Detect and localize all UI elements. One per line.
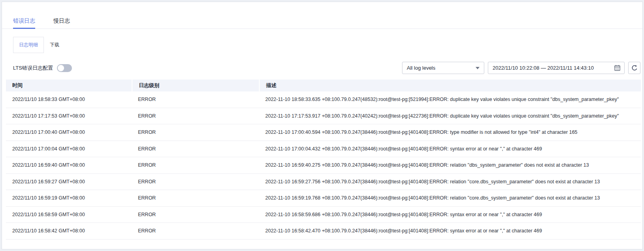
cell-desc: 2022-11-10 16:59:27.756 +08:100.79.0.247… bbox=[259, 179, 641, 184]
cell-desc: 2022-11-10 17:17:53.917 +08:100.79.0.247… bbox=[259, 113, 641, 119]
cell-time: 2022/11/10 17:00:40 GMT+08:00 bbox=[6, 129, 132, 135]
date-range-value: 2022/11/10 10:22:08 — 2022/11/11 14:43:1… bbox=[493, 65, 594, 71]
table-header: 时间 日志级别 描述 bbox=[6, 80, 641, 91]
subtab-log-detail[interactable]: 日志明细 bbox=[13, 37, 44, 53]
filters-group: All log levels 2022/11/10 10:22:08 — 202… bbox=[402, 62, 640, 74]
table-row: 2022/11/10 18:58:33 GMT+08:00 ERROR 2022… bbox=[6, 91, 641, 108]
cell-desc: 2022-11-10 17:00:04.432 +08:100.79.0.247… bbox=[259, 146, 641, 152]
cell-level: ERROR bbox=[132, 129, 259, 135]
chevron-down-icon bbox=[476, 67, 480, 69]
cell-time: 2022/11/10 16:58:59 GMT+08:00 bbox=[6, 212, 132, 217]
table-row: 2022/11/10 17:17:53 GMT+08:00 ERROR 2022… bbox=[6, 108, 641, 125]
cell-time: 2022/11/10 16:59:27 GMT+08:00 bbox=[6, 179, 132, 184]
table-row: 2022/11/10 17:00:40 GMT+08:00 ERROR 2022… bbox=[6, 124, 641, 141]
cell-level: ERROR bbox=[132, 228, 259, 234]
table-row: 2022/11/10 16:59:40 GMT+08:00 ERROR 2022… bbox=[6, 157, 641, 174]
cell-level: ERROR bbox=[132, 146, 259, 152]
subtab-download[interactable]: 下载 bbox=[44, 37, 65, 53]
cell-desc: 2022-11-10 16:58:42.470 +08:100.79.0.247… bbox=[259, 228, 641, 234]
table-body: 2022/11/10 18:58:33 GMT+08:00 ERROR 2022… bbox=[6, 91, 641, 240]
column-header-time: 时间 bbox=[6, 80, 132, 91]
cell-time: 2022/11/10 17:00:04 GMT+08:00 bbox=[6, 146, 132, 152]
cell-desc: 2022-11-10 16:58:59.686 +08:100.79.0.247… bbox=[259, 212, 641, 217]
cell-desc: 2022-11-10 18:58:33.635 +08:100.79.0.247… bbox=[259, 97, 641, 102]
error-log-table: 时间 日志级别 描述 2022/11/10 18:58:33 GMT+08:00… bbox=[6, 80, 641, 240]
cell-level: ERROR bbox=[132, 162, 259, 168]
cell-desc: 2022-11-10 16:59:19.768 +08:100.79.0.247… bbox=[259, 195, 641, 201]
sub-tabs: 日志明细 下载 bbox=[13, 37, 642, 53]
tab-slow-log[interactable]: 慢日志 bbox=[53, 18, 70, 29]
cell-level: ERROR bbox=[132, 212, 259, 217]
controls-row: LTS错误日志配置 All log levels 2022/11/10 10:2… bbox=[13, 62, 640, 74]
date-range-input[interactable]: 2022/11/10 10:22:08 — 2022/11/11 14:43:1… bbox=[488, 62, 625, 74]
lts-toggle[interactable] bbox=[57, 64, 72, 72]
cell-time: 2022/11/10 16:58:42 GMT+08:00 bbox=[6, 228, 132, 234]
table-row: 2022/11/10 16:58:42 GMT+08:00 ERROR 2022… bbox=[6, 223, 641, 240]
top-tabs: 错误日志 慢日志 bbox=[2, 2, 642, 29]
cell-level: ERROR bbox=[132, 97, 259, 102]
table-row: 2022/11/10 16:58:59 GMT+08:00 ERROR 2022… bbox=[6, 207, 641, 223]
log-level-select[interactable]: All log levels bbox=[402, 62, 484, 74]
cell-level: ERROR bbox=[132, 179, 259, 184]
toggle-knob bbox=[58, 65, 64, 71]
column-header-desc: 描述 bbox=[259, 80, 641, 91]
cell-time: 2022/11/10 18:58:33 GMT+08:00 bbox=[6, 97, 132, 102]
column-header-level: 日志级别 bbox=[132, 80, 259, 91]
calendar-icon[interactable] bbox=[614, 65, 621, 71]
log-level-selected-value: All log levels bbox=[407, 65, 435, 71]
tab-error-log[interactable]: 错误日志 bbox=[13, 18, 35, 29]
cell-level: ERROR bbox=[132, 195, 259, 201]
cell-desc: 2022-11-10 17:00:40.594 +08:100.79.0.247… bbox=[259, 129, 641, 135]
cell-time: 2022/11/10 17:17:53 GMT+08:00 bbox=[6, 113, 132, 119]
refresh-button[interactable] bbox=[628, 62, 640, 74]
cell-time: 2022/11/10 16:59:19 GMT+08:00 bbox=[6, 195, 132, 201]
log-panel-card: 错误日志 慢日志 日志明细 下载 LTS错误日志配置 All log level… bbox=[2, 2, 643, 249]
table-row: 2022/11/10 17:00:04 GMT+08:00 ERROR 2022… bbox=[6, 141, 641, 158]
refresh-icon bbox=[631, 65, 638, 72]
table-row: 2022/11/10 16:59:27 GMT+08:00 ERROR 2022… bbox=[6, 174, 641, 190]
table-row: 2022/11/10 16:59:19 GMT+08:00 ERROR 2022… bbox=[6, 190, 641, 207]
lts-config-group: LTS错误日志配置 bbox=[13, 64, 72, 72]
cell-desc: 2022-11-10 16:59:40.275 +08:100.79.0.247… bbox=[259, 162, 641, 168]
cell-level: ERROR bbox=[132, 113, 259, 119]
lts-config-label: LTS错误日志配置 bbox=[13, 65, 53, 72]
cell-time: 2022/11/10 16:59:40 GMT+08:00 bbox=[6, 162, 132, 168]
